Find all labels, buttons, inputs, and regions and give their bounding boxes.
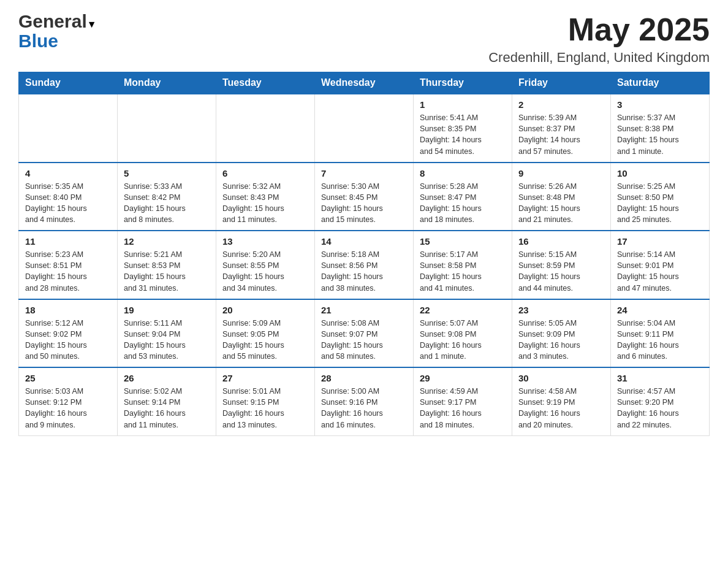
day-number: 7 xyxy=(321,168,407,178)
calendar-cell: 21Sunrise: 5:08 AM Sunset: 9:07 PM Dayli… xyxy=(315,299,414,368)
day-number: 16 xyxy=(518,236,604,247)
calendar-table: SundayMondayTuesdayWednesdayThursdayFrid… xyxy=(18,72,710,436)
logo: General▼ Blue xyxy=(18,12,97,52)
calendar-cell: 5Sunrise: 5:33 AM Sunset: 8:42 PM Daylig… xyxy=(118,163,216,231)
calendar-cell: 25Sunrise: 5:03 AM Sunset: 9:12 PM Dayli… xyxy=(19,367,118,435)
calendar-cell: 15Sunrise: 5:17 AM Sunset: 8:58 PM Dayli… xyxy=(414,231,512,299)
calendar-cell: 3Sunrise: 5:37 AM Sunset: 8:38 PM Daylig… xyxy=(611,94,710,163)
calendar-cell: 27Sunrise: 5:01 AM Sunset: 9:15 PM Dayli… xyxy=(216,367,315,435)
day-info: Sunrise: 5:02 AM Sunset: 9:14 PM Dayligh… xyxy=(124,386,210,431)
calendar-week-row: 1Sunrise: 5:41 AM Sunset: 8:35 PM Daylig… xyxy=(19,94,710,163)
day-info: Sunrise: 5:21 AM Sunset: 8:53 PM Dayligh… xyxy=(124,249,210,294)
calendar-cell xyxy=(315,94,414,163)
day-info: Sunrise: 5:12 AM Sunset: 9:02 PM Dayligh… xyxy=(25,318,111,362)
day-number: 1 xyxy=(420,99,506,110)
calendar-header-saturday: Saturday xyxy=(611,72,710,94)
calendar-cell: 14Sunrise: 5:18 AM Sunset: 8:56 PM Dayli… xyxy=(315,231,414,299)
calendar-cell: 16Sunrise: 5:15 AM Sunset: 8:59 PM Dayli… xyxy=(512,231,611,299)
day-number: 24 xyxy=(617,305,703,315)
day-info: Sunrise: 5:11 AM Sunset: 9:04 PM Dayligh… xyxy=(124,318,210,362)
day-info: Sunrise: 5:17 AM Sunset: 8:58 PM Dayligh… xyxy=(420,249,506,294)
calendar-header-tuesday: Tuesday xyxy=(216,72,315,94)
calendar-cell xyxy=(118,94,216,163)
day-number: 21 xyxy=(321,305,407,315)
day-info: Sunrise: 4:58 AM Sunset: 9:19 PM Dayligh… xyxy=(518,386,604,431)
title-block: May 2025 Credenhill, England, United Kin… xyxy=(488,12,710,66)
calendar-cell: 2Sunrise: 5:39 AM Sunset: 8:37 PM Daylig… xyxy=(512,94,611,163)
calendar-cell: 8Sunrise: 5:28 AM Sunset: 8:47 PM Daylig… xyxy=(414,163,512,231)
location-text: Credenhill, England, United Kingdom xyxy=(488,50,710,66)
day-info: Sunrise: 5:04 AM Sunset: 9:11 PM Dayligh… xyxy=(617,318,703,362)
day-info: Sunrise: 5:14 AM Sunset: 9:01 PM Dayligh… xyxy=(617,249,703,294)
day-number: 3 xyxy=(617,99,703,110)
day-info: Sunrise: 5:23 AM Sunset: 8:51 PM Dayligh… xyxy=(25,249,111,294)
calendar-cell xyxy=(19,94,118,163)
calendar-header-thursday: Thursday xyxy=(414,72,512,94)
day-info: Sunrise: 4:59 AM Sunset: 9:17 PM Dayligh… xyxy=(420,386,506,431)
day-info: Sunrise: 5:39 AM Sunset: 8:37 PM Dayligh… xyxy=(518,112,604,157)
day-number: 22 xyxy=(420,305,506,315)
day-number: 9 xyxy=(518,168,604,178)
month-title: May 2025 xyxy=(488,12,710,47)
calendar-week-row: 18Sunrise: 5:12 AM Sunset: 9:02 PM Dayli… xyxy=(19,299,710,368)
logo-blue-text: Blue xyxy=(18,31,58,51)
calendar-cell: 20Sunrise: 5:09 AM Sunset: 9:05 PM Dayli… xyxy=(216,299,315,368)
day-info: Sunrise: 5:07 AM Sunset: 9:08 PM Dayligh… xyxy=(420,318,506,362)
calendar-cell: 10Sunrise: 5:25 AM Sunset: 8:50 PM Dayli… xyxy=(611,163,710,231)
day-number: 27 xyxy=(222,373,308,383)
day-info: Sunrise: 5:09 AM Sunset: 9:05 PM Dayligh… xyxy=(222,318,308,362)
day-info: Sunrise: 5:25 AM Sunset: 8:50 PM Dayligh… xyxy=(617,181,703,226)
calendar-header-wednesday: Wednesday xyxy=(315,72,414,94)
day-info: Sunrise: 5:30 AM Sunset: 8:45 PM Dayligh… xyxy=(321,181,407,226)
day-number: 2 xyxy=(518,99,604,110)
day-number: 12 xyxy=(124,236,210,247)
calendar-cell: 29Sunrise: 4:59 AM Sunset: 9:17 PM Dayli… xyxy=(414,367,512,435)
calendar-header-friday: Friday xyxy=(512,72,611,94)
page-header: General▼ Blue May 2025 Credenhill, Engla… xyxy=(18,12,710,66)
day-info: Sunrise: 5:35 AM Sunset: 8:40 PM Dayligh… xyxy=(25,181,111,226)
day-info: Sunrise: 5:41 AM Sunset: 8:35 PM Dayligh… xyxy=(420,112,506,157)
calendar-cell: 17Sunrise: 5:14 AM Sunset: 9:01 PM Dayli… xyxy=(611,231,710,299)
calendar-week-row: 25Sunrise: 5:03 AM Sunset: 9:12 PM Dayli… xyxy=(19,367,710,435)
day-number: 19 xyxy=(124,305,210,315)
calendar-cell: 1Sunrise: 5:41 AM Sunset: 8:35 PM Daylig… xyxy=(414,94,512,163)
calendar-cell: 9Sunrise: 5:26 AM Sunset: 8:48 PM Daylig… xyxy=(512,163,611,231)
day-info: Sunrise: 5:18 AM Sunset: 8:56 PM Dayligh… xyxy=(321,249,407,294)
day-number: 10 xyxy=(617,168,703,178)
calendar-cell: 12Sunrise: 5:21 AM Sunset: 8:53 PM Dayli… xyxy=(118,231,216,299)
calendar-header-monday: Monday xyxy=(118,72,216,94)
calendar-cell: 6Sunrise: 5:32 AM Sunset: 8:43 PM Daylig… xyxy=(216,163,315,231)
calendar-cell xyxy=(216,94,315,163)
calendar-week-row: 4Sunrise: 5:35 AM Sunset: 8:40 PM Daylig… xyxy=(19,163,710,231)
day-number: 6 xyxy=(222,168,308,178)
day-number: 4 xyxy=(25,168,111,178)
day-info: Sunrise: 5:33 AM Sunset: 8:42 PM Dayligh… xyxy=(124,181,210,226)
day-number: 8 xyxy=(420,168,506,178)
day-number: 29 xyxy=(420,373,506,383)
calendar-cell: 18Sunrise: 5:12 AM Sunset: 9:02 PM Dayli… xyxy=(19,299,118,368)
day-number: 30 xyxy=(518,373,604,383)
day-info: Sunrise: 5:03 AM Sunset: 9:12 PM Dayligh… xyxy=(25,386,111,431)
day-number: 11 xyxy=(25,236,111,247)
day-info: Sunrise: 4:57 AM Sunset: 9:20 PM Dayligh… xyxy=(617,386,703,431)
day-info: Sunrise: 5:00 AM Sunset: 9:16 PM Dayligh… xyxy=(321,386,407,431)
day-number: 17 xyxy=(617,236,703,247)
calendar-cell: 23Sunrise: 5:05 AM Sunset: 9:09 PM Dayli… xyxy=(512,299,611,368)
day-number: 26 xyxy=(124,373,210,383)
day-number: 20 xyxy=(222,305,308,315)
calendar-cell: 30Sunrise: 4:58 AM Sunset: 9:19 PM Dayli… xyxy=(512,367,611,435)
day-info: Sunrise: 5:05 AM Sunset: 9:09 PM Dayligh… xyxy=(518,318,604,362)
day-number: 14 xyxy=(321,236,407,247)
day-number: 23 xyxy=(518,305,604,315)
day-info: Sunrise: 5:32 AM Sunset: 8:43 PM Dayligh… xyxy=(222,181,308,226)
day-info: Sunrise: 5:28 AM Sunset: 8:47 PM Dayligh… xyxy=(420,181,506,226)
day-number: 5 xyxy=(124,168,210,178)
calendar-cell: 31Sunrise: 4:57 AM Sunset: 9:20 PM Dayli… xyxy=(611,367,710,435)
day-number: 18 xyxy=(25,305,111,315)
logo-general-text: General xyxy=(18,11,87,31)
day-info: Sunrise: 5:15 AM Sunset: 8:59 PM Dayligh… xyxy=(518,249,604,294)
calendar-cell: 7Sunrise: 5:30 AM Sunset: 8:45 PM Daylig… xyxy=(315,163,414,231)
calendar-cell: 11Sunrise: 5:23 AM Sunset: 8:51 PM Dayli… xyxy=(19,231,118,299)
day-info: Sunrise: 5:26 AM Sunset: 8:48 PM Dayligh… xyxy=(518,181,604,226)
day-number: 28 xyxy=(321,373,407,383)
